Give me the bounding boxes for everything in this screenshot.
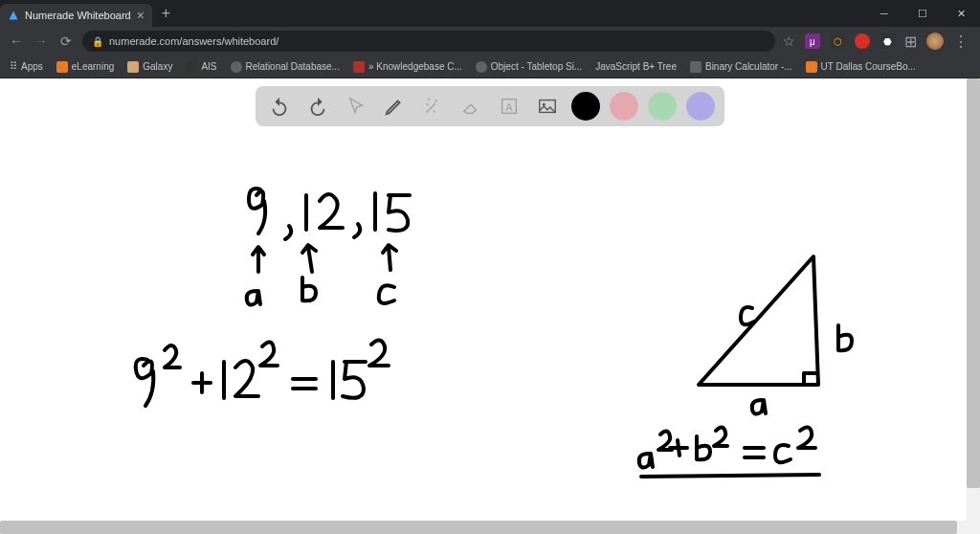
toolbar-right: ☆ μ ⬡ ⬣ ⊞ ⋮: [783, 33, 972, 51]
extensions-icon[interactable]: ⊞: [904, 33, 917, 51]
svg-marker-0: [10, 11, 18, 20]
tab-close-icon[interactable]: ×: [137, 9, 145, 22]
tab-favicon-icon: [8, 10, 19, 21]
bookmark-label: JavaScript B+ Tree: [595, 61, 677, 72]
browser-titlebar: Numerade Whiteboard × + ─ ☐ ✕: [0, 0, 980, 27]
bookmark-label: UT Dallas CourseBo...: [821, 61, 916, 72]
lock-icon: 🔒: [92, 36, 103, 47]
bookmark-item[interactable]: Binary Calculator -...: [690, 61, 792, 73]
bookmark-favicon-icon: [353, 61, 365, 73]
extension-icon-2[interactable]: ⬡: [830, 33, 845, 49]
scroll-thumb[interactable]: [0, 521, 957, 534]
apps-button[interactable]: ⠿ Apps: [10, 60, 43, 73]
bookmark-label: Binary Calculator -...: [705, 61, 792, 72]
extension-icon-4[interactable]: ⬣: [880, 33, 895, 49]
bookmark-favicon-icon: [806, 61, 817, 73]
browser-tab[interactable]: Numerade Whiteboard ×: [0, 4, 152, 27]
reload-button[interactable]: ⟳: [57, 33, 75, 50]
tab-title: Numerade Whiteboard: [25, 10, 131, 21]
bookmark-item[interactable]: UT Dallas CourseBo...: [806, 61, 916, 73]
bookmark-item[interactable]: AIS: [186, 61, 216, 73]
bookmark-label: Object - Tabletop Si...: [491, 61, 582, 72]
bookmark-item[interactable]: JavaScript B+ Tree: [595, 61, 677, 72]
extension-icon-3[interactable]: [855, 33, 870, 49]
bookmark-favicon-icon: [127, 61, 139, 73]
maximize-button[interactable]: ☐: [903, 0, 942, 27]
window-controls: ─ ☐ ✕: [865, 0, 980, 27]
new-tab-button[interactable]: +: [152, 5, 180, 22]
bookmark-favicon-icon: [186, 61, 197, 73]
close-window-button[interactable]: ✕: [942, 0, 980, 27]
bookmark-favicon-icon: [690, 61, 702, 73]
whiteboard-content[interactable]: A: [0, 78, 980, 534]
bookmark-label: Galaxy: [143, 61, 172, 72]
back-button[interactable]: ←: [8, 33, 25, 50]
url-input[interactable]: 🔒 numerade.com/answers/whiteboard/: [82, 31, 775, 52]
horizontal-scrollbar[interactable]: [0, 521, 967, 534]
bookmark-favicon-icon: [476, 61, 487, 73]
profile-avatar[interactable]: [926, 33, 944, 50]
bookmark-label: AIS: [201, 61, 216, 72]
bookmark-item[interactable]: » Knowledgebase C...: [353, 61, 462, 73]
tab-strip: Numerade Whiteboard × +: [0, 0, 180, 27]
bookmark-favicon-icon: [231, 61, 242, 73]
menu-icon[interactable]: ⋮: [953, 33, 969, 51]
scroll-thumb[interactable]: [967, 78, 980, 488]
bookmark-label: Relational Database...: [246, 61, 340, 72]
extension-icon-1[interactable]: μ: [805, 33, 820, 49]
vertical-scrollbar[interactable]: [967, 78, 980, 534]
forward-button[interactable]: →: [33, 33, 50, 50]
minimize-button[interactable]: ─: [865, 0, 903, 27]
bookmark-label: » Knowledgebase C...: [368, 61, 462, 72]
bookmark-item[interactable]: Relational Database...: [231, 61, 340, 73]
bookmark-item[interactable]: eLearning: [56, 61, 114, 73]
apps-grid-icon: ⠿: [10, 60, 17, 73]
bookmark-item[interactable]: Galaxy: [127, 61, 172, 73]
whiteboard-canvas[interactable]: [0, 78, 980, 534]
bookmarks-bar: ⠿ Apps eLearning Galaxy AIS Relational D…: [0, 56, 980, 78]
star-icon[interactable]: ☆: [783, 33, 795, 49]
bookmark-label: eLearning: [72, 61, 114, 72]
address-bar: ← → ⟳ 🔒 numerade.com/answers/whiteboard/…: [0, 27, 980, 56]
bookmark-label: Apps: [21, 61, 43, 72]
bookmark-item[interactable]: Object - Tabletop Si...: [476, 61, 582, 73]
url-text: numerade.com/answers/whiteboard/: [109, 35, 278, 47]
bookmark-favicon-icon: [56, 61, 68, 73]
